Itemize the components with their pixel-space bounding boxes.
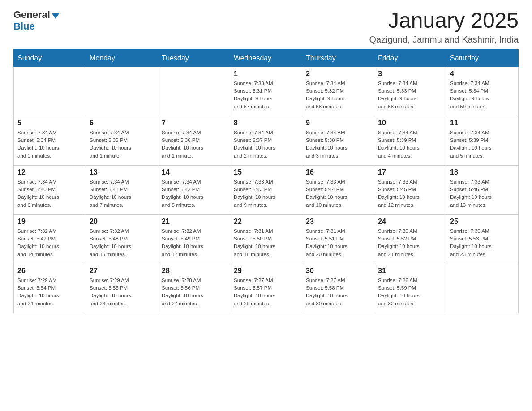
day-number: 27 xyxy=(90,267,154,275)
day-number: 1 xyxy=(234,70,298,78)
day-info: Sunrise: 7:34 AMSunset: 5:41 PMDaylight:… xyxy=(90,178,154,209)
calendar-header-wednesday: Wednesday xyxy=(230,49,302,67)
day-info: Sunrise: 7:31 AMSunset: 5:51 PMDaylight:… xyxy=(306,227,370,258)
day-number: 6 xyxy=(90,119,154,127)
title-section: January 2025 Qazigund, Jammu and Kashmir… xyxy=(369,9,519,45)
day-info: Sunrise: 7:34 AMSunset: 5:39 PMDaylight:… xyxy=(450,129,515,160)
calendar-cell: 21Sunrise: 7:32 AMSunset: 5:49 PMDayligh… xyxy=(158,214,230,264)
day-info: Sunrise: 7:34 AMSunset: 5:40 PMDaylight:… xyxy=(17,178,82,209)
day-info: Sunrise: 7:28 AMSunset: 5:56 PMDaylight:… xyxy=(162,277,226,308)
calendar-cell: 10Sunrise: 7:34 AMSunset: 5:39 PMDayligh… xyxy=(374,116,446,165)
calendar-cell: 12Sunrise: 7:34 AMSunset: 5:40 PMDayligh… xyxy=(14,165,86,214)
day-info: Sunrise: 7:34 AMSunset: 5:42 PMDaylight:… xyxy=(162,178,226,209)
calendar-cell: 17Sunrise: 7:33 AMSunset: 5:45 PMDayligh… xyxy=(374,165,446,214)
location-title: Qazigund, Jammu and Kashmir, India xyxy=(369,34,519,45)
calendar-cell: 8Sunrise: 7:34 AMSunset: 5:37 PMDaylight… xyxy=(230,116,302,165)
day-number: 26 xyxy=(17,267,82,275)
calendar-week-row: 12Sunrise: 7:34 AMSunset: 5:40 PMDayligh… xyxy=(14,165,519,214)
day-info: Sunrise: 7:31 AMSunset: 5:50 PMDaylight:… xyxy=(234,227,298,258)
calendar-header-monday: Monday xyxy=(86,49,158,67)
day-info: Sunrise: 7:34 AMSunset: 5:34 PMDaylight:… xyxy=(17,129,82,160)
calendar-week-row: 19Sunrise: 7:32 AMSunset: 5:47 PMDayligh… xyxy=(14,214,519,264)
day-number: 22 xyxy=(234,218,298,226)
day-info: Sunrise: 7:34 AMSunset: 5:35 PMDaylight:… xyxy=(90,129,154,160)
calendar-cell: 11Sunrise: 7:34 AMSunset: 5:39 PMDayligh… xyxy=(446,116,519,165)
day-number: 25 xyxy=(450,218,515,226)
calendar-cell: 23Sunrise: 7:31 AMSunset: 5:51 PMDayligh… xyxy=(302,214,374,264)
day-number: 24 xyxy=(378,218,442,226)
day-info: Sunrise: 7:34 AMSunset: 5:36 PMDaylight:… xyxy=(162,129,226,160)
calendar-cell xyxy=(158,67,230,116)
calendar-table: SundayMondayTuesdayWednesdayThursdayFrid… xyxy=(13,49,519,313)
calendar-cell: 2Sunrise: 7:34 AMSunset: 5:32 PMDaylight… xyxy=(302,67,374,116)
day-number: 7 xyxy=(162,119,226,127)
calendar-cell: 24Sunrise: 7:30 AMSunset: 5:52 PMDayligh… xyxy=(374,214,446,264)
calendar-cell xyxy=(446,264,519,313)
day-number: 15 xyxy=(234,168,298,176)
calendar-cell: 28Sunrise: 7:28 AMSunset: 5:56 PMDayligh… xyxy=(158,264,230,313)
calendar-cell: 30Sunrise: 7:27 AMSunset: 5:58 PMDayligh… xyxy=(302,264,374,313)
calendar-cell: 20Sunrise: 7:32 AMSunset: 5:48 PMDayligh… xyxy=(86,214,158,264)
day-number: 19 xyxy=(17,218,82,226)
day-info: Sunrise: 7:34 AMSunset: 5:38 PMDaylight:… xyxy=(306,129,370,160)
day-info: Sunrise: 7:33 AMSunset: 5:45 PMDaylight:… xyxy=(378,178,442,209)
day-info: Sunrise: 7:34 AMSunset: 5:37 PMDaylight:… xyxy=(234,129,298,160)
day-info: Sunrise: 7:29 AMSunset: 5:55 PMDaylight:… xyxy=(90,277,154,308)
day-info: Sunrise: 7:26 AMSunset: 5:59 PMDaylight:… xyxy=(378,277,442,308)
day-info: Sunrise: 7:34 AMSunset: 5:33 PMDaylight:… xyxy=(378,80,442,111)
day-info: Sunrise: 7:30 AMSunset: 5:53 PMDaylight:… xyxy=(450,227,515,258)
calendar-cell: 1Sunrise: 7:33 AMSunset: 5:31 PMDaylight… xyxy=(230,67,302,116)
day-number: 4 xyxy=(450,70,515,78)
calendar-cell: 22Sunrise: 7:31 AMSunset: 5:50 PMDayligh… xyxy=(230,214,302,264)
calendar-cell: 27Sunrise: 7:29 AMSunset: 5:55 PMDayligh… xyxy=(86,264,158,313)
page-header: General Blue January 2025 Qazigund, Jamm… xyxy=(13,9,519,45)
calendar-cell: 7Sunrise: 7:34 AMSunset: 5:36 PMDaylight… xyxy=(158,116,230,165)
calendar-header-sunday: Sunday xyxy=(14,49,86,67)
calendar-cell: 29Sunrise: 7:27 AMSunset: 5:57 PMDayligh… xyxy=(230,264,302,313)
day-number: 29 xyxy=(234,267,298,275)
calendar-cell: 31Sunrise: 7:26 AMSunset: 5:59 PMDayligh… xyxy=(374,264,446,313)
day-number: 16 xyxy=(306,168,370,176)
logo-blue-text: Blue xyxy=(13,21,35,32)
calendar-cell: 16Sunrise: 7:33 AMSunset: 5:44 PMDayligh… xyxy=(302,165,374,214)
calendar-cell: 3Sunrise: 7:34 AMSunset: 5:33 PMDaylight… xyxy=(374,67,446,116)
day-info: Sunrise: 7:33 AMSunset: 5:43 PMDaylight:… xyxy=(234,178,298,209)
day-info: Sunrise: 7:32 AMSunset: 5:47 PMDaylight:… xyxy=(17,227,82,258)
calendar-header-friday: Friday xyxy=(374,49,446,67)
calendar-cell: 9Sunrise: 7:34 AMSunset: 5:38 PMDaylight… xyxy=(302,116,374,165)
day-info: Sunrise: 7:33 AMSunset: 5:46 PMDaylight:… xyxy=(450,178,515,209)
day-number: 13 xyxy=(90,168,154,176)
day-info: Sunrise: 7:30 AMSunset: 5:52 PMDaylight:… xyxy=(378,227,442,258)
day-number: 31 xyxy=(378,267,442,275)
day-info: Sunrise: 7:27 AMSunset: 5:57 PMDaylight:… xyxy=(234,277,298,308)
calendar-cell: 6Sunrise: 7:34 AMSunset: 5:35 PMDaylight… xyxy=(86,116,158,165)
calendar-header-saturday: Saturday xyxy=(446,49,519,67)
calendar-header-row: SundayMondayTuesdayWednesdayThursdayFrid… xyxy=(14,49,519,67)
day-number: 10 xyxy=(378,119,442,127)
day-info: Sunrise: 7:32 AMSunset: 5:49 PMDaylight:… xyxy=(162,227,226,258)
day-number: 20 xyxy=(90,218,154,226)
day-number: 18 xyxy=(450,168,515,176)
day-number: 3 xyxy=(378,70,442,78)
calendar-cell: 26Sunrise: 7:29 AMSunset: 5:54 PMDayligh… xyxy=(14,264,86,313)
day-number: 2 xyxy=(306,70,370,78)
logo-triangle-icon xyxy=(51,13,60,19)
day-info: Sunrise: 7:34 AMSunset: 5:39 PMDaylight:… xyxy=(378,129,442,160)
day-info: Sunrise: 7:29 AMSunset: 5:54 PMDaylight:… xyxy=(17,277,82,308)
calendar-cell xyxy=(86,67,158,116)
calendar-cell: 15Sunrise: 7:33 AMSunset: 5:43 PMDayligh… xyxy=(230,165,302,214)
month-title: January 2025 xyxy=(369,9,519,33)
day-number: 14 xyxy=(162,168,226,176)
calendar-cell: 13Sunrise: 7:34 AMSunset: 5:41 PMDayligh… xyxy=(86,165,158,214)
calendar-cell: 18Sunrise: 7:33 AMSunset: 5:46 PMDayligh… xyxy=(446,165,519,214)
calendar-cell: 4Sunrise: 7:34 AMSunset: 5:34 PMDaylight… xyxy=(446,67,519,116)
day-number: 12 xyxy=(17,168,82,176)
day-number: 11 xyxy=(450,119,515,127)
day-number: 28 xyxy=(162,267,226,275)
calendar-week-row: 5Sunrise: 7:34 AMSunset: 5:34 PMDaylight… xyxy=(14,116,519,165)
calendar-cell: 19Sunrise: 7:32 AMSunset: 5:47 PMDayligh… xyxy=(14,214,86,264)
calendar-cell: 14Sunrise: 7:34 AMSunset: 5:42 PMDayligh… xyxy=(158,165,230,214)
day-number: 17 xyxy=(378,168,442,176)
calendar-cell: 5Sunrise: 7:34 AMSunset: 5:34 PMDaylight… xyxy=(14,116,86,165)
day-number: 9 xyxy=(306,119,370,127)
